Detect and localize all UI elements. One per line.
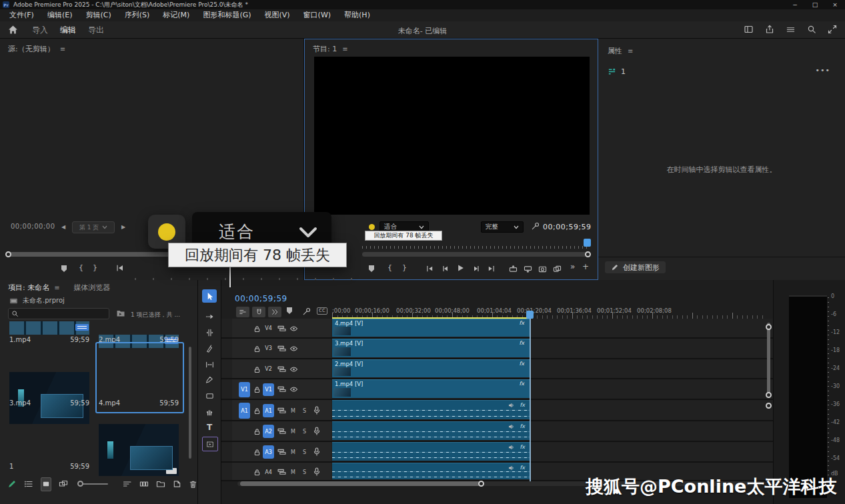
type-tool[interactable]: T — [202, 421, 217, 434]
lock-icon[interactable] — [254, 428, 260, 435]
project-item-thumbnail[interactable] — [9, 321, 89, 335]
maximize-button[interactable]: □ — [805, 0, 825, 9]
search-icon[interactable] — [807, 25, 816, 34]
sort-icon[interactable] — [123, 480, 132, 488]
track-visibility-eye-icon[interactable] — [289, 386, 298, 393]
object-selection-tool[interactable] — [202, 437, 218, 451]
tab-export[interactable]: 导出 — [87, 22, 105, 39]
solo-button[interactable]: S — [303, 449, 306, 455]
timeline-vertical-scrollbar[interactable] — [767, 323, 770, 397]
comparison-view-icon[interactable] — [553, 264, 562, 273]
solo-button[interactable]: S — [303, 469, 306, 475]
linked-selection-icon[interactable] — [268, 307, 281, 317]
panel-menu-icon[interactable]: ≡ — [342, 45, 347, 53]
next-page-icon[interactable]: ▶ — [121, 224, 125, 230]
track-visibility-eye-icon[interactable] — [289, 366, 298, 373]
minimize-button[interactable]: − — [785, 0, 805, 9]
project-item-label[interactable]: 4.mp459;59 — [99, 399, 179, 407]
mute-button[interactable]: M — [291, 469, 295, 475]
go-to-in-icon[interactable] — [116, 263, 124, 273]
new-item-icon[interactable] — [173, 480, 181, 488]
pen-tool[interactable] — [202, 373, 217, 387]
sync-lock-icon[interactable] — [277, 366, 286, 373]
track-height-handle[interactable] — [766, 392, 772, 398]
mic-icon[interactable] — [313, 427, 320, 435]
menu-edit[interactable]: 编辑(E) — [41, 9, 79, 21]
track-target-a2[interactable]: A2 — [263, 425, 274, 438]
fullscreen-icon[interactable] — [828, 25, 837, 34]
project-item-label[interactable]: 159;59 — [9, 463, 89, 470]
project-file-row[interactable]: 未命名.prproj — [9, 296, 65, 305]
add-marker-icon[interactable] — [369, 264, 374, 273]
menu-clip[interactable]: 剪辑(C) — [79, 9, 117, 21]
writable-indicator-icon[interactable] — [7, 479, 17, 489]
mute-button[interactable]: M — [291, 408, 295, 414]
ripple-edit-tool[interactable] — [202, 326, 217, 339]
media-folder-icon[interactable] — [116, 309, 125, 317]
mark-in-icon[interactable]: { — [387, 263, 392, 272]
project-item-label[interactable]: 1.mp459;59 — [9, 336, 89, 343]
project-scrollbar[interactable] — [189, 347, 191, 459]
lock-icon[interactable] — [254, 449, 260, 456]
program-playhead-marker[interactable] — [584, 239, 591, 247]
timeline-timecode[interactable]: 00;00;59;59 — [235, 294, 287, 303]
timeline-audio-clip-a1[interactable]: fx — [332, 400, 530, 419]
settings-wrench-icon[interactable] — [531, 222, 540, 231]
selection-tool[interactable] — [202, 289, 217, 303]
sync-lock-icon[interactable] — [277, 325, 286, 332]
menu-graphics[interactable]: 图形和标题(G) — [196, 9, 257, 21]
lift-icon[interactable] — [509, 264, 518, 273]
zoom-slider[interactable] — [79, 483, 108, 485]
lock-icon[interactable] — [254, 345, 260, 353]
lock-icon[interactable] — [254, 386, 260, 393]
sync-lock-icon[interactable] — [277, 449, 286, 455]
program-zoom-scrollbar[interactable] — [362, 252, 590, 257]
tab-import[interactable]: 导入 — [31, 22, 49, 39]
source-scrollbar-handle[interactable] — [5, 251, 11, 257]
sync-lock-icon[interactable] — [277, 345, 286, 352]
create-new-graphic-button[interactable]: 创建新图形 — [605, 261, 666, 273]
list-view-icon[interactable] — [24, 480, 33, 488]
sequence-row[interactable]: 1 — [608, 67, 626, 76]
sync-lock-icon[interactable] — [277, 428, 286, 435]
play-icon[interactable] — [457, 263, 464, 273]
solo-button[interactable]: S — [303, 429, 306, 435]
track-height-handle[interactable] — [766, 324, 772, 330]
panel-menu-icon[interactable]: ≡ — [628, 47, 632, 55]
work-area-bar[interactable] — [332, 317, 530, 319]
timeline-settings-icon[interactable] — [302, 307, 311, 316]
playback-resolution-dropdown[interactable]: 完整 — [481, 221, 524, 233]
track-target-v3[interactable]: V3 — [263, 343, 274, 354]
tab-media-browser[interactable]: 媒体浏览器 — [74, 283, 111, 293]
add-button-icon[interactable]: + — [582, 262, 589, 271]
share-icon[interactable] — [765, 25, 774, 34]
dropped-frame-indicator[interactable] — [369, 224, 375, 230]
mute-button[interactable]: M — [291, 449, 295, 455]
timeline-playhead[interactable] — [526, 311, 534, 319]
timeline-clip-v4[interactable]: 4.mp4 [V] fx — [332, 319, 530, 337]
icon-view-icon[interactable] — [41, 477, 51, 491]
timeline-clip-v1[interactable]: 1.mp4 [V] fx — [332, 379, 530, 398]
mark-out-icon[interactable]: } — [93, 263, 97, 272]
captions-icon[interactable]: CC — [317, 307, 327, 315]
timeline-clip-v3[interactable]: 3.mp4 [V] fx — [332, 339, 530, 357]
go-to-out-icon[interactable] — [488, 264, 495, 273]
nested-sequence-icon[interactable] — [236, 307, 249, 317]
slip-tool[interactable] — [202, 358, 217, 371]
menu-view[interactable]: 视图(V) — [258, 9, 297, 21]
tab-project[interactable]: 项目: 未命名 ≡ — [8, 283, 59, 293]
track-visibility-eye-icon[interactable] — [289, 345, 298, 352]
track-target-a4[interactable]: A4 — [263, 466, 274, 478]
more-controls-icon[interactable]: » — [570, 262, 575, 271]
solo-button[interactable]: S — [303, 408, 306, 414]
menu-window[interactable]: 窗口(W) — [297, 9, 337, 21]
menu-file[interactable]: 文件(F) — [3, 9, 41, 21]
extract-icon[interactable] — [524, 264, 532, 273]
mute-button[interactable]: M — [291, 429, 295, 435]
project-item-thumbnail-selected[interactable] — [99, 424, 179, 476]
search-input[interactable] — [8, 308, 109, 319]
add-marker-icon[interactable] — [287, 307, 292, 314]
tab-edit[interactable]: 编辑 — [59, 22, 77, 39]
track-target-v4[interactable]: V4 — [263, 323, 274, 334]
project-item-thumbnail[interactable] — [9, 372, 89, 424]
